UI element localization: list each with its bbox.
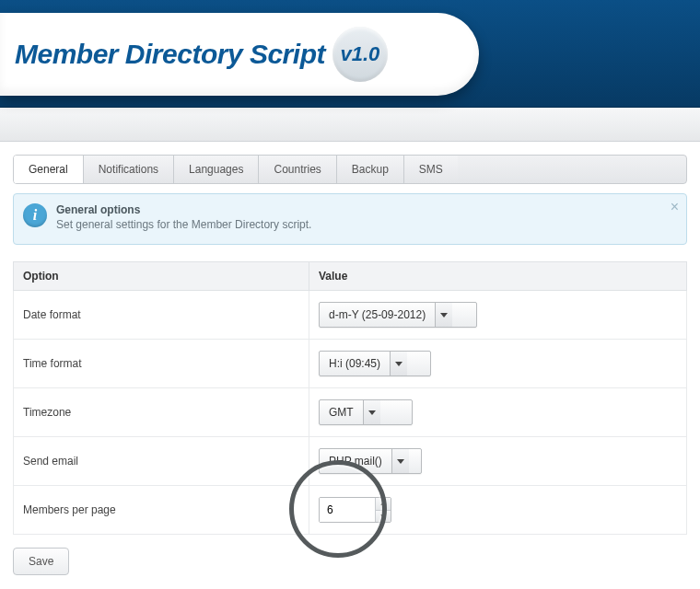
chevron-down-icon (435, 303, 452, 327)
app-title: Member Directory Script (15, 39, 325, 70)
table-row: Timezone GMT (14, 388, 687, 437)
time-format-select[interactable]: H:i (09:45) (319, 351, 431, 376)
option-label: Members per page (14, 486, 309, 535)
tab-sms[interactable]: SMS (404, 156, 458, 183)
select-value: GMT (320, 400, 363, 424)
stepper-down-icon[interactable] (376, 510, 391, 523)
tab-general[interactable]: General (14, 156, 84, 183)
close-icon[interactable]: × (671, 200, 679, 214)
tab-backup[interactable]: Backup (337, 156, 404, 183)
option-label: Send email (14, 437, 309, 486)
send-email-select[interactable]: PHP mail() (319, 448, 422, 474)
chevron-down-icon (363, 400, 380, 424)
option-label: Date format (14, 291, 309, 340)
table-row: Send email PHP mail() (14, 437, 687, 486)
tab-notifications[interactable]: Notifications (84, 156, 174, 183)
option-label: Time format (14, 340, 309, 388)
chevron-down-icon (390, 352, 407, 375)
option-label: Timezone (14, 388, 309, 437)
members-per-page-stepper[interactable] (319, 497, 391, 523)
chevron-down-icon (391, 449, 409, 473)
save-button[interactable]: Save (13, 548, 69, 575)
info-box: i General options Set general settings f… (13, 193, 687, 245)
table-row: Date format d-m-Y (25-09-2012) (14, 291, 687, 340)
select-value: d-m-Y (25-09-2012) (320, 303, 435, 327)
info-icon: i (23, 203, 47, 227)
members-per-page-input[interactable] (320, 498, 375, 522)
select-value: PHP mail() (320, 449, 391, 473)
col-header-value: Value (309, 262, 687, 291)
top-navbar (0, 108, 700, 142)
date-format-select[interactable]: d-m-Y (25-09-2012) (319, 302, 477, 328)
table-row: Members per page (14, 486, 687, 535)
header-bubble: Member Directory Script v1.0 (0, 13, 479, 96)
settings-table: Option Value Date format d-m-Y (25-09-20… (13, 261, 687, 535)
tab-languages[interactable]: Languages (174, 156, 259, 183)
settings-tabs: General Notifications Languages Countrie… (13, 155, 687, 184)
content-area: General Notifications Languages Countrie… (0, 142, 700, 589)
tab-countries[interactable]: Countries (259, 156, 336, 183)
select-value: H:i (09:45) (320, 352, 390, 375)
timezone-select[interactable]: GMT (319, 399, 413, 425)
info-title: General options (56, 203, 660, 216)
app-header: Member Directory Script v1.0 (0, 0, 700, 108)
stepper-up-icon[interactable] (376, 498, 391, 510)
info-description: Set general settings for the Member Dire… (56, 218, 660, 231)
col-header-option: Option (14, 262, 309, 291)
table-row: Time format H:i (09:45) (14, 340, 687, 388)
version-badge: v1.0 (332, 27, 388, 82)
